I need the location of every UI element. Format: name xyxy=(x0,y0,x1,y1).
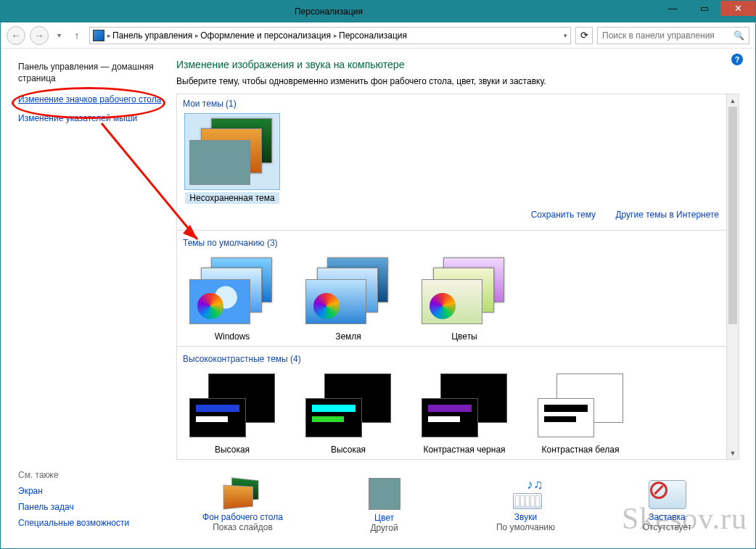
see-also-label: См. также xyxy=(18,470,162,480)
minimize-button[interactable]: — xyxy=(657,1,689,16)
scroll-up-button[interactable]: ▲ xyxy=(727,94,739,107)
theme-flowers[interactable]: Цветы xyxy=(415,252,514,342)
maximize-button[interactable]: ▭ xyxy=(689,1,720,16)
themes-scroll-area: Мои темы (1) Несохраненная тема xyxy=(176,94,727,460)
see-also-pane: См. также Экран Панель задач Специальные… xyxy=(1,460,169,548)
scroll-down-button[interactable]: ▼ xyxy=(727,447,739,459)
taskbar-link[interactable]: Панель задач xyxy=(18,502,162,512)
theme-actions: Сохранить тему Другие темы в Интернете xyxy=(183,204,720,226)
theme-windows[interactable]: Windows xyxy=(183,252,282,342)
theme-hc-black[interactable]: Контрастная черная xyxy=(415,368,514,455)
control-panel-icon xyxy=(93,30,104,41)
main-pane: Изменение изображения и звука на компьют… xyxy=(169,49,755,460)
section-my-themes: Мои темы (1) xyxy=(183,96,720,113)
personalization-window: Персонализация — ▭ ✕ ← → ▾ ↑ ▸ Панель уп… xyxy=(0,0,756,549)
chevron-right-icon: ▸ xyxy=(195,32,199,39)
toolbar: ← → ▾ ↑ ▸ Панель управления ▸ Оформление… xyxy=(1,22,755,49)
sounds-icon: ♪♫ xyxy=(507,479,545,509)
main-heading: Изменение изображения и звука на компьют… xyxy=(176,59,739,70)
breadcrumb-root[interactable]: ▸ Панель управления xyxy=(107,30,192,41)
theme-unsaved[interactable]: Несохраненная тема xyxy=(183,113,282,204)
theme-hc-white[interactable]: Контрастная белая xyxy=(531,368,630,455)
scroll-track[interactable] xyxy=(727,107,739,447)
window-title: Персонализация xyxy=(1,7,657,17)
color-icon xyxy=(369,478,400,510)
theme-earth[interactable]: Земля xyxy=(299,252,398,342)
window-controls: — ▭ ✕ xyxy=(657,1,755,22)
search-input[interactable] xyxy=(602,30,734,41)
recent-dropdown[interactable]: ▾ xyxy=(53,30,65,41)
content-body: Панель управления — домашняя страница Из… xyxy=(1,49,755,460)
ease-of-access-link[interactable]: Специальные возможности xyxy=(18,518,162,528)
refresh-button[interactable]: ⟳ xyxy=(575,27,593,44)
theme-hc-1[interactable]: Высокая xyxy=(183,368,282,455)
sounds-setting[interactable]: ♪♫ Звуки По умолчанию xyxy=(472,479,580,532)
search-box[interactable]: 🔍 xyxy=(597,27,749,44)
section-default-themes: Темы по умолчанию (3) xyxy=(183,235,720,252)
side-pane: Панель управления — домашняя страница Из… xyxy=(1,49,169,460)
desktop-background-icon xyxy=(224,479,262,509)
scroll-thumb[interactable] xyxy=(728,107,737,324)
more-themes-link[interactable]: Другие темы в Интернете xyxy=(615,210,719,220)
control-panel-home[interactable]: Панель управления — домашняя страница xyxy=(18,62,162,84)
vertical-scrollbar[interactable]: ▲ ▼ xyxy=(727,94,739,460)
address-bar[interactable]: ▸ Панель управления ▸ Оформление и персо… xyxy=(89,27,571,44)
save-theme-link[interactable]: Сохранить тему xyxy=(531,210,596,220)
bottom-panel: См. также Экран Панель задач Специальные… xyxy=(1,460,755,548)
chevron-right-icon: ▸ xyxy=(107,32,111,39)
search-icon: 🔍 xyxy=(734,30,744,41)
desktop-background-setting[interactable]: Фон рабочего стола Показ слайдов xyxy=(189,479,297,532)
themes-container: Мои темы (1) Несохраненная тема xyxy=(176,94,739,460)
change-mouse-pointers-link[interactable]: Изменение указателей мыши xyxy=(18,113,162,125)
screensaver-setting[interactable]: Заставка Отсутствует xyxy=(613,479,722,532)
forward-button[interactable]: → xyxy=(30,26,49,45)
up-button[interactable]: ↑ xyxy=(69,28,85,44)
breadcrumb-personalization[interactable]: ▸ Персонализация xyxy=(334,30,407,41)
close-button[interactable]: ✕ xyxy=(720,1,755,16)
titlebar: Персонализация — ▭ ✕ xyxy=(1,1,755,22)
color-setting[interactable]: Цвет Другой xyxy=(330,478,439,533)
section-hc-themes: Высококонтрастные темы (4) xyxy=(183,351,720,368)
change-desktop-icons-link[interactable]: Изменение значков рабочего стола xyxy=(18,94,162,106)
quick-settings: Фон рабочего стола Показ слайдов Цвет Др… xyxy=(169,460,755,548)
display-link[interactable]: Экран xyxy=(18,486,162,496)
address-dropdown[interactable]: ▾ xyxy=(564,32,567,39)
theme-hc-2[interactable]: Высокая xyxy=(299,368,398,455)
main-description: Выберите тему, чтобы одновременно измени… xyxy=(176,76,739,86)
breadcrumb-appearance[interactable]: ▸ Оформление и персонализация xyxy=(195,30,331,41)
chevron-right-icon: ▸ xyxy=(334,32,337,39)
screensaver-icon xyxy=(649,479,686,509)
back-button[interactable]: ← xyxy=(7,26,25,45)
